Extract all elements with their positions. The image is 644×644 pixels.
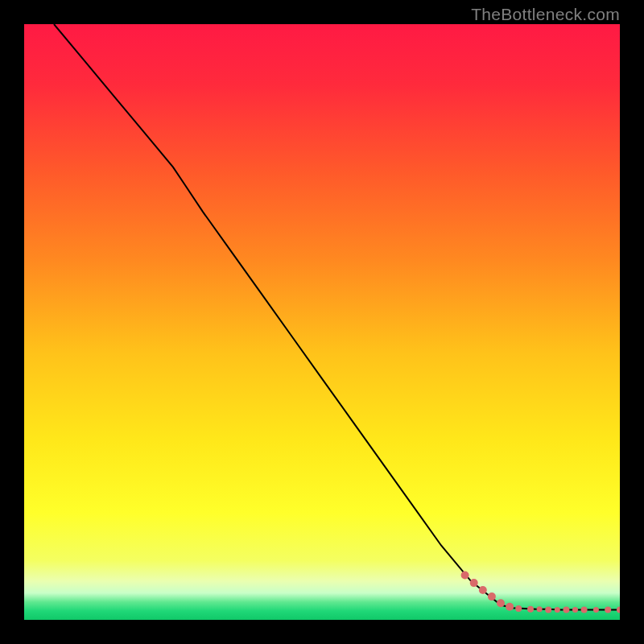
watermark-text: TheBottleneck.com [471, 5, 620, 24]
highlight-point [545, 606, 551, 613]
highlight-point [506, 603, 514, 611]
highlight-point [479, 586, 487, 594]
highlight-point [581, 606, 588, 613]
highlight-point [515, 605, 522, 612]
highlight-point [537, 606, 543, 612]
highlight-point [461, 572, 469, 580]
chart-frame [24, 24, 620, 620]
chart-background [24, 24, 620, 620]
highlight-point [497, 599, 505, 607]
highlight-point [593, 607, 599, 613]
highlight-point [488, 592, 496, 601]
highlight-point [470, 579, 478, 587]
highlight-point [563, 606, 569, 613]
highlight-point [527, 606, 534, 613]
highlight-point [572, 607, 578, 613]
chart-svg [24, 24, 620, 620]
highlight-point [605, 606, 611, 613]
highlight-point [555, 607, 560, 613]
